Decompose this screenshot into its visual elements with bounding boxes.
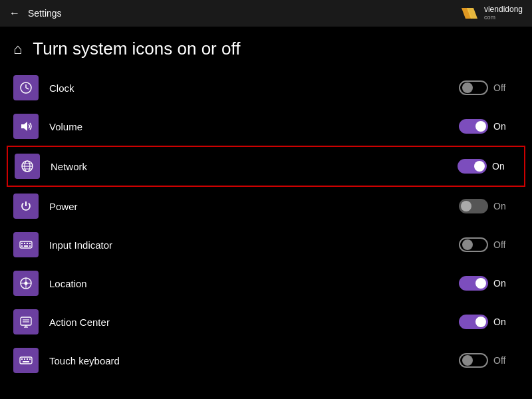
input-indicator-state-label: Off <box>493 239 512 250</box>
network-toggle[interactable] <box>458 159 487 174</box>
setting-row-power: PowerOn <box>7 187 525 225</box>
svg-rect-18 <box>29 245 31 247</box>
logo: viendidong com <box>459 5 523 21</box>
back-button[interactable]: ← <box>9 7 20 19</box>
svg-rect-30 <box>24 358 25 360</box>
location-label: Location <box>49 278 459 289</box>
location-toggle-thumb <box>475 278 486 289</box>
svg-line-4 <box>26 88 29 89</box>
setting-row-volume: VolumeOn <box>7 107 525 146</box>
page-header: ⌂ Turn system icons on or off <box>0 27 532 68</box>
svg-rect-13 <box>24 243 25 244</box>
svg-rect-17 <box>24 245 28 247</box>
action-center-label: Action Center <box>49 317 459 328</box>
touch-keyboard-toggle-thumb <box>462 355 473 366</box>
setting-row-location: LocationOn <box>7 264 525 303</box>
volume-toggle[interactable] <box>459 119 488 134</box>
svg-rect-28 <box>20 357 32 364</box>
clock-toggle[interactable] <box>459 80 488 95</box>
svg-rect-16 <box>21 245 23 247</box>
svg-rect-32 <box>29 358 31 360</box>
power-toggle-thumb <box>461 201 471 211</box>
action-center-toggle-thumb <box>475 317 486 327</box>
action-center-toggle-area: On <box>459 315 519 329</box>
setting-row-network: NetworkOn <box>7 146 525 187</box>
network-state-label: On <box>492 161 511 172</box>
setting-row-input-indicator: Input IndicatorOff <box>7 225 525 264</box>
location-toggle-area: On <box>459 276 519 291</box>
location-state-label: On <box>493 278 512 289</box>
svg-rect-15 <box>29 243 31 244</box>
volume-toggle-thumb <box>475 121 486 132</box>
svg-rect-29 <box>21 358 23 360</box>
setting-row-action-center: Action CenterOn <box>7 303 525 341</box>
volume-icon <box>13 114 39 139</box>
location-toggle[interactable] <box>459 276 488 291</box>
action-center-toggle[interactable] <box>459 315 488 329</box>
settings-title: Settings <box>28 8 62 19</box>
input-indicator-toggle-thumb <box>462 239 473 250</box>
clock-state-label: Off <box>493 82 512 93</box>
svg-marker-5 <box>21 122 27 131</box>
setting-row-touch-keyboard: Touch keyboardOff <box>7 341 525 380</box>
touch-keyboard-toggle[interactable] <box>459 353 488 368</box>
input-indicator-icon <box>13 232 39 257</box>
logo-icon <box>459 5 480 21</box>
action-center-icon <box>13 309 39 334</box>
input-indicator-label: Input Indicator <box>49 239 459 251</box>
settings-list: ClockOff VolumeOn NetworkOn PowerOn Inpu… <box>0 68 532 380</box>
network-icon <box>15 154 40 179</box>
clock-toggle-area: Off <box>459 80 519 95</box>
network-toggle-thumb <box>474 161 485 172</box>
volume-toggle-area: On <box>459 119 519 134</box>
svg-rect-31 <box>27 358 28 360</box>
clock-toggle-thumb <box>462 82 473 93</box>
touch-keyboard-label: Touch keyboard <box>49 355 459 366</box>
input-indicator-toggle-area: Off <box>459 237 519 252</box>
clock-icon <box>13 75 39 100</box>
touch-keyboard-toggle-area: Off <box>459 353 519 368</box>
network-toggle-area: On <box>458 159 517 174</box>
title-bar: ← Settings viendidong com <box>0 0 532 27</box>
power-icon <box>13 194 39 219</box>
title-bar-left: ← Settings <box>9 7 62 19</box>
svg-rect-33 <box>23 361 29 362</box>
clock-label: Clock <box>49 82 459 94</box>
network-label: Network <box>51 161 458 172</box>
touch-keyboard-state-label: Off <box>493 355 512 366</box>
power-toggle[interactable] <box>459 199 488 213</box>
power-toggle-area: On <box>459 199 519 213</box>
svg-rect-11 <box>20 241 32 248</box>
power-state-label: On <box>493 201 512 211</box>
volume-label: Volume <box>49 121 459 132</box>
setting-row-clock: ClockOff <box>7 68 525 107</box>
location-icon <box>13 271 39 296</box>
touch-keyboard-icon <box>13 348 39 373</box>
input-indicator-toggle[interactable] <box>459 237 488 252</box>
logo-text: viendidong com <box>484 5 523 21</box>
volume-state-label: On <box>493 121 512 132</box>
svg-rect-23 <box>21 317 31 325</box>
svg-rect-12 <box>21 243 23 244</box>
power-label: Power <box>49 201 459 212</box>
home-icon: ⌂ <box>13 41 22 58</box>
page-title: Turn system icons on or off <box>33 39 240 59</box>
svg-rect-14 <box>27 243 28 244</box>
action-center-state-label: On <box>493 317 512 327</box>
